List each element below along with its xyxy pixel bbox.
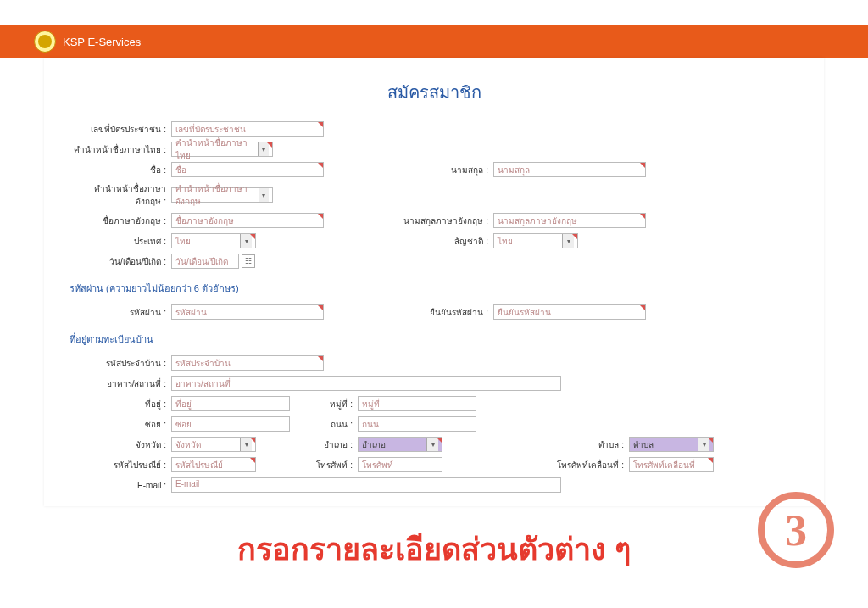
phone-label: โทรศัพท์ :	[256, 459, 358, 471]
title-th-label: คำนำหน้าชื่อภาษาไทย :	[70, 143, 171, 156]
mobile-label: โทรศัพท์เคลื่อนที่ :	[442, 459, 629, 471]
title-th-select[interactable]: คำนำหน้าชื่อภาษาไทย▾	[171, 142, 273, 157]
confirm-password-label: ยืนยันรหัสผ่าน :	[324, 306, 493, 319]
road-input[interactable]: ถนน	[358, 416, 476, 432]
registration-form: สมัครสมาชิก เลขที่บัตรประชาชน : เลขที่บั…	[44, 58, 824, 506]
email-label: E-mail :	[70, 481, 171, 490]
personal-section: เลขที่บัตรประชาชน : เลขที่บัตรประชาชน คำ…	[70, 121, 798, 269]
birthdate-label: วัน/เดือน/ปีเกิด :	[70, 255, 171, 268]
mobile-input[interactable]: โทรศัพท์เคลื่อนที่	[629, 457, 714, 472]
road-label: ถนน :	[290, 418, 358, 431]
district-label: อำเภอ :	[256, 438, 358, 451]
soi-label: ซอย :	[70, 418, 171, 431]
house-code-label: รหัสประจำบ้าน :	[70, 357, 171, 370]
surname-th-input[interactable]: นามสกุล	[493, 162, 646, 177]
address-input[interactable]: อาคาร/สถานที่	[171, 376, 561, 391]
nationality-select[interactable]: ไทย▾	[493, 233, 578, 248]
country-label: ประเทศ :	[70, 235, 171, 248]
birthdate-input[interactable]: วัน/เดือน/ปีเกิด	[171, 254, 239, 269]
password-section-title: รหัสผ่าน (ความยาวไม่น้อยกว่า 6 ตัวอักษร)	[70, 281, 798, 296]
phone-input[interactable]: โทรศัพท์	[358, 457, 442, 472]
district-select[interactable]: อำเภอ▾	[358, 437, 442, 452]
surname-en-label: นามสกุลภาษาอังกฤษ :	[324, 215, 493, 227]
subdistrict-label: ตำบล :	[442, 438, 629, 451]
instruction-text: กรอกรายละเอียดส่วนตัวต่าง ๆ	[0, 525, 868, 573]
chevron-down-icon: ▾	[258, 142, 269, 156]
step-number: 3	[785, 505, 807, 555]
page-title: สมัครสมาชิก	[70, 79, 798, 106]
logo-icon	[34, 31, 56, 53]
step-badge: 3	[758, 492, 834, 568]
at-label: ที่อยู่ :	[70, 398, 171, 410]
name-en-label: ชื่อภาษาอังกฤษ :	[70, 215, 171, 227]
brand-name: KSP E-Services	[63, 36, 141, 48]
province-label: จังหวัด :	[70, 438, 171, 451]
title-en-select[interactable]: คำนำหน้าชื่อภาษาอังกฤษ▾	[171, 187, 273, 203]
at-input[interactable]: ที่อยู่	[171, 396, 290, 411]
chevron-down-icon: ▾	[698, 438, 709, 451]
soi-input[interactable]: ซอย	[171, 416, 290, 432]
address-section-title: ที่อยู่ตามทะเบียนบ้าน	[70, 332, 798, 347]
chevron-down-icon: ▾	[240, 234, 252, 248]
house-code-input[interactable]: รหัสประจำบ้าน	[171, 355, 324, 371]
address-label: อาคาร/สถานที่ :	[70, 377, 171, 390]
password-label: รหัสผ่าน :	[70, 306, 171, 319]
chevron-down-icon: ▾	[240, 438, 252, 451]
country-select[interactable]: ไทย▾	[171, 233, 256, 248]
confirm-password-input[interactable]: ยืนยันรหัสผ่าน	[493, 304, 646, 320]
surname-en-input[interactable]: นามสกุลภาษาอังกฤษ	[493, 213, 646, 228]
app-header: KSP E-Services	[0, 25, 868, 58]
email-input[interactable]: E-mail	[171, 477, 561, 493]
chevron-down-icon: ▾	[426, 438, 438, 451]
moo-label: หมู่ที่ :	[290, 398, 358, 410]
postcode-input[interactable]: รหัสไปรษณีย์	[171, 457, 256, 472]
chevron-down-icon: ▾	[259, 188, 269, 202]
id-card-label: เลขที่บัตรประชาชน :	[70, 123, 171, 136]
password-input[interactable]: รหัสผ่าน	[171, 304, 324, 320]
name-th-label: ชื่อ :	[70, 164, 171, 176]
surname-th-label: นามสกุล :	[324, 164, 493, 176]
nationality-label: สัญชาติ :	[256, 235, 493, 248]
title-en-label: คำนำหน้าชื่อภาษาอังกฤษ :	[70, 182, 171, 208]
chevron-down-icon: ▾	[562, 234, 574, 248]
postcode-label: รหัสไปรษณีย์ :	[70, 459, 171, 471]
name-th-input[interactable]: ชื่อ	[171, 162, 324, 177]
province-select[interactable]: จังหวัด▾	[171, 437, 256, 452]
id-card-input[interactable]: เลขที่บัตรประชาชน	[171, 121, 324, 137]
name-en-input[interactable]: ชื่อภาษาอังกฤษ	[171, 213, 324, 228]
moo-input[interactable]: หมู่ที่	[358, 396, 476, 411]
calendar-icon[interactable]: ☷	[242, 254, 255, 268]
subdistrict-select[interactable]: ตำบล▾	[629, 437, 714, 452]
